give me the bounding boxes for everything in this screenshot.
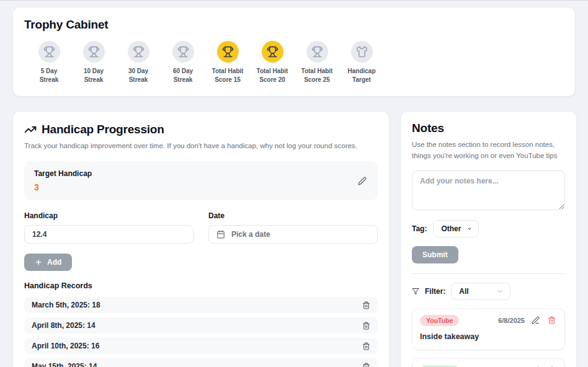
notes-divider [412,273,565,274]
trophy-badge-circle [38,41,60,63]
note-tag-badge: Lessons [420,365,459,367]
filter-funnel-icon [412,288,419,295]
trophy-badge-label: 5 Day Streak [40,67,59,84]
trophy-icon [43,46,55,58]
tag-label: Tag: [412,224,427,233]
note-text: Inside takeaway [420,331,557,343]
notes-textarea[interactable] [412,170,565,210]
delete-record-button[interactable] [361,321,372,331]
filter-select[interactable]: All [451,283,510,300]
trophy-badge[interactable]: 60 Day Streak [164,41,202,84]
trophy-badge-label: Handicap Target [347,67,375,84]
notes-subtitle: Use the notes section to record lesson n… [412,139,565,162]
tag-select[interactable]: Other [433,220,479,237]
trash-icon [362,342,370,350]
trophy-badge-label: Total Habit Score 15 [212,67,244,84]
pencil-icon [532,316,540,324]
trophy-badge[interactable]: Total Habit Score 25 [298,41,336,84]
trophy-badge-circle [83,41,105,63]
trophy-badge-label: 60 Day Streak [173,67,193,84]
trending-up-icon [24,123,37,136]
target-handicap-value: 3 [34,182,92,192]
date-field-label: Date [208,211,378,220]
trophy-icon [267,46,278,58]
target-handicap-box: Target Handicap 3 [24,161,378,200]
delete-record-button[interactable] [361,300,372,311]
handicap-records-title: Handicap Records [24,281,378,290]
handicap-progression-title: Handicap Progression [42,123,164,136]
trash-icon [548,316,556,324]
handicap-progression-card: Handicap Progression Track your handicap… [12,111,390,367]
trophy-badge[interactable]: 5 Day Streak [30,41,68,84]
handicap-input[interactable] [24,225,194,244]
handicap-records-list: March 5th, 2025: 18 April 8th, 2025: 14 … [24,297,378,367]
note-date: 6/8/2025 [498,317,525,324]
trash-icon [362,322,370,330]
trophy-badge-circle [351,41,373,63]
add-record-button[interactable]: Add [24,254,72,271]
trophy-badge[interactable]: Total Habit Score 15 [209,41,246,84]
trophy-badge[interactable]: 10 Day Streak [75,41,112,84]
trophy-cabinet-card: Trophy Cabinet 5 Day Streak 1 [12,7,576,97]
note-card: Lessons 6/7/2025 Grip: diagonal shaft up… [412,358,565,367]
delete-note-button[interactable] [546,315,557,325]
trophy-icon [222,46,234,58]
trophy-icon [177,46,189,58]
shirt-icon [356,46,368,58]
calendar-icon [216,230,225,239]
chevron-down-icon [467,225,472,232]
trophy-icon [133,46,145,58]
filter-label: Filter: [425,287,445,296]
trophy-badge-circle [128,41,149,63]
handicap-record-text: March 5th, 2025: 18 [32,301,100,309]
target-handicap-label: Target Handicap [34,169,92,178]
trophy-badge-circle [306,41,328,63]
handicap-field-label: Handicap [24,211,194,220]
date-placeholder: Pick a date [231,230,270,239]
handicap-record-text: May 15th, 2025: 14 [32,362,97,367]
trophy-badge-label: 30 Day Streak [128,67,148,84]
handicap-record-row: March 5th, 2025: 18 [24,297,378,313]
note-card: YouTube 6/8/2025 Inside takeaway [412,308,565,350]
notes-title: Notes [412,122,565,135]
trophy-cabinet-title: Trophy Cabinet [24,18,564,32]
note-tag-badge: YouTube [420,315,459,326]
trophy-icon [88,46,100,58]
date-picker-input[interactable]: Pick a date [208,225,378,244]
trophy-badge-circle [262,41,283,63]
delete-record-button[interactable] [361,341,372,352]
handicap-record-row: April 8th, 2025: 14 [24,317,378,334]
handicap-progression-subtitle: Track your handicap improvement over tim… [24,140,378,151]
trash-icon [362,363,370,367]
edit-target-button[interactable] [357,175,368,187]
handicap-record-text: April 10th, 2025: 16 [32,342,99,350]
trophy-badge[interactable]: Total Habit Score 20 [254,41,291,84]
trophy-badge-label: Total Habit Score 25 [301,67,333,84]
handicap-record-text: April 8th, 2025: 14 [32,321,96,330]
trophy-badge-circle [172,41,194,63]
trophy-badge-list: 5 Day Streak 10 Day Streak [30,41,564,84]
plus-icon [35,259,42,266]
submit-note-button[interactable]: Submit [412,246,458,263]
notes-card: Notes Use the notes section to record le… [400,111,577,367]
trophy-icon [311,46,323,58]
chevron-down-icon [496,288,504,295]
trophy-badge-circle [217,41,239,63]
trophy-badge[interactable]: 30 Day Streak [120,41,157,84]
trash-icon [362,301,370,309]
filter-select-value: All [459,287,468,296]
trophy-badge[interactable]: Handicap Target [343,41,380,84]
delete-record-button[interactable] [361,361,372,367]
pencil-icon [358,177,367,185]
handicap-record-row: May 15th, 2025: 14 [24,358,378,367]
tag-select-value: Other [441,224,461,233]
trophy-badge-label: Total Habit Score 20 [257,67,288,84]
handicap-record-row: April 10th, 2025: 16 [24,338,378,354]
edit-note-button[interactable] [530,315,541,325]
trophy-badge-label: 10 Day Streak [84,67,104,84]
